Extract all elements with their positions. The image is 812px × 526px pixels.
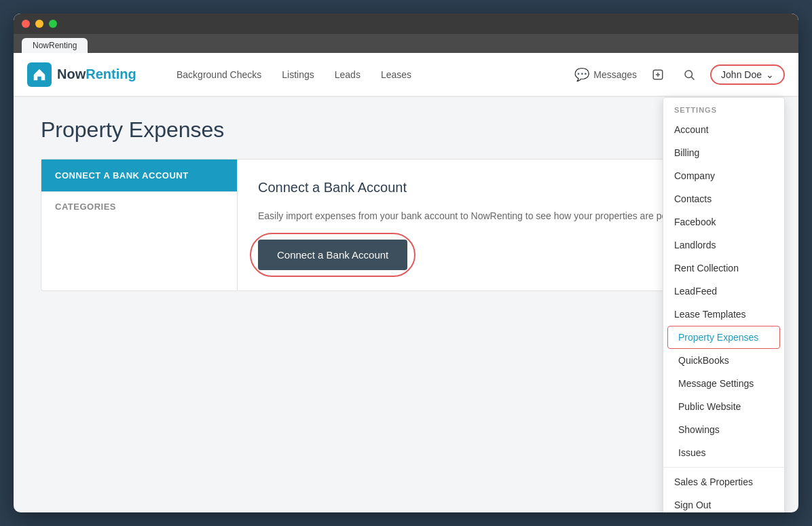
tab-bar: NowRenting [14,34,798,53]
search-icon [683,69,695,81]
plus-icon [652,69,664,81]
app-window: NowRenting NowRenting Background Checks … [14,14,798,512]
dropdown-quickbooks[interactable]: QuickBooks [663,349,784,372]
logo[interactable]: NowRenting [27,62,149,87]
settings-header-label: SETTINGS [663,98,784,118]
sidebar-categories: CATEGORIES [41,191,237,221]
dropdown-rent-collection[interactable]: Rent Collection [663,257,784,280]
nav-background-checks[interactable]: Background Checks [177,69,261,80]
chat-icon: 💬 [574,67,589,82]
menu-divider [663,467,784,468]
dropdown-facebook[interactable]: Facebook [663,210,784,233]
svg-line-4 [691,77,694,79]
browser-bar [14,14,798,34]
app-header: NowRenting Background Checks Listings Le… [14,53,798,97]
dropdown-contacts[interactable]: Contacts [663,187,784,210]
house-icon [32,67,47,82]
dropdown-account[interactable]: Account [663,118,784,141]
sidebar-connect-bank[interactable]: CONNECT A BANK ACCOUNT [41,159,237,191]
dropdown-lease-templates[interactable]: Lease Templates [663,303,784,326]
close-dot[interactable] [22,20,30,28]
user-menu-button[interactable]: John Doe ⌄ [710,64,785,85]
header-right: 💬 Messages John Doe ⌄ [574,64,785,85]
nav-leads[interactable]: Leads [335,69,361,80]
browser-tab[interactable]: NowRenting [22,38,88,53]
dropdown-message-settings[interactable]: Message Settings [663,372,784,395]
chevron-down-icon: ⌄ [766,69,774,80]
svg-point-3 [685,71,693,78]
dropdown-property-expenses[interactable]: Property Expenses [663,326,784,349]
content-layout: CONNECT A BANK ACCOUNT CATEGORIES Connec… [41,159,771,291]
maximize-dot[interactable] [49,20,57,28]
messages-button[interactable]: 💬 Messages [574,67,637,82]
dropdown-billing[interactable]: Billing [663,141,784,164]
dropdown-showings[interactable]: Showings [663,418,784,441]
nav-leases[interactable]: Leases [381,69,411,80]
nav-listings[interactable]: Listings [282,69,314,80]
connect-button-wrapper: Connect a Bank Account [258,240,407,270]
dropdown-public-website[interactable]: Public Website [663,395,784,418]
messages-label: Messages [593,69,637,80]
dropdown-issues[interactable]: Issues [663,441,784,464]
dropdown-company[interactable]: Company [663,164,784,187]
page-title: Property Expenses [41,117,771,143]
settings-dropdown: SETTINGS Account Billing Company Contact… [663,97,785,512]
add-button[interactable] [648,64,668,85]
connect-bank-button[interactable]: Connect a Bank Account [258,240,407,270]
dropdown-leadfeed[interactable]: LeadFeed [663,280,784,303]
sidebar: CONNECT A BANK ACCOUNT CATEGORIES [41,159,238,291]
main-nav: Background Checks Listings Leads Leases [177,69,574,80]
dropdown-landlords[interactable]: Landlords [663,233,784,257]
logo-text: NowRenting [57,67,136,82]
user-name-label: John Doe [721,69,762,80]
logo-icon [27,62,52,87]
search-button[interactable] [679,64,699,85]
dropdown-sales-properties[interactable]: Sales & Properties [663,470,784,493]
minimize-dot[interactable] [35,20,43,28]
dropdown-sign-out[interactable]: Sign Out [663,493,784,512]
